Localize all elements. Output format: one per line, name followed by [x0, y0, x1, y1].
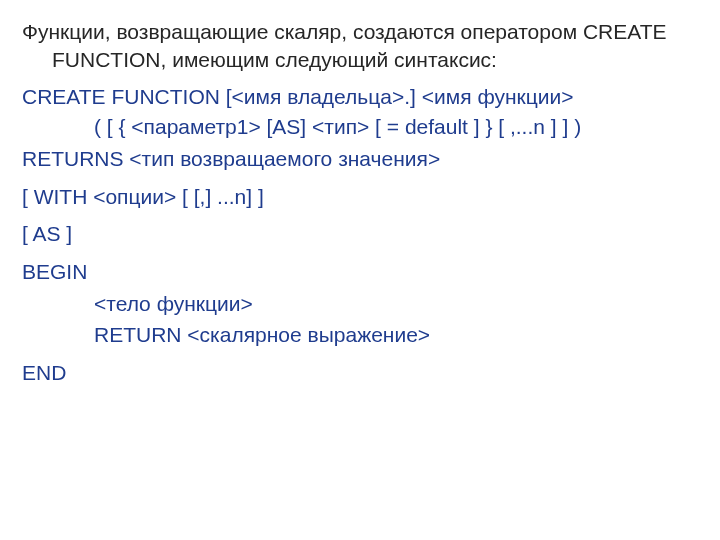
syntax-as: [ AS ] [22, 220, 698, 248]
syntax-with: [ WITH <опции> [ [,] ...n] ] [22, 183, 698, 211]
syntax-create-line: CREATE FUNCTION [<имя владельца>.] <имя … [22, 83, 698, 111]
intro-text: Функции, возвращающие скаляр, создаются … [22, 18, 698, 73]
slide-content: Функции, возвращающие скаляр, создаются … [0, 0, 720, 540]
syntax-return: RETURN <скалярное выражение> [22, 321, 698, 349]
syntax-end: END [22, 359, 698, 387]
syntax-params: ( [ { <параметр1> [AS] <тип> [ = default… [22, 113, 698, 141]
syntax-body: <тело функции> [22, 290, 698, 318]
syntax-returns: RETURNS <тип возвращаемого значения> [22, 145, 698, 173]
syntax-begin: BEGIN [22, 258, 698, 286]
